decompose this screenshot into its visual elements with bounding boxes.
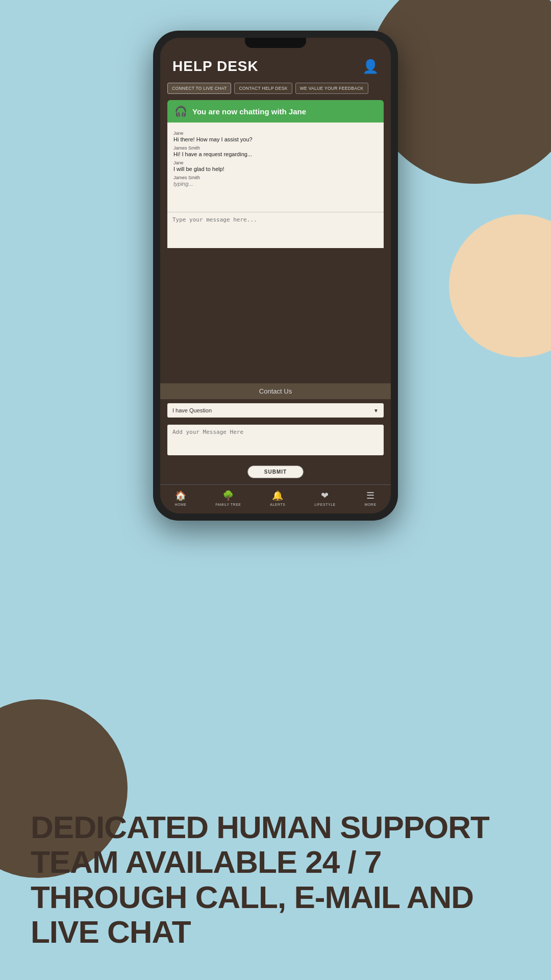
msg-sender-2: James Smith <box>173 145 378 151</box>
msg-sender-3: Jane <box>173 160 378 165</box>
tab-contact-help[interactable]: CONTACT HELP DESK <box>234 83 292 94</box>
bell-icon: 🔔 <box>272 490 283 501</box>
nav-alerts[interactable]: 🔔 ALERTS <box>270 490 285 506</box>
question-type-select[interactable]: I have Question Technical Support Billin… <box>167 403 384 418</box>
phone-outer: HELP DESK 👤 CONNECT TO LIVE CHAT CONTACT… <box>153 31 398 521</box>
chat-banner: 🎧 You are now chatting with Jane <box>167 100 384 122</box>
chat-banner-text: You are now chatting with Jane <box>192 107 306 116</box>
bg-shape-midright <box>449 214 551 357</box>
submit-button[interactable]: SUBMIT <box>247 465 304 478</box>
contact-us-bar: Contact Us <box>160 383 391 399</box>
nav-more[interactable]: ☰ MORE <box>365 490 377 506</box>
bottom-headline: DEDICATED HUMAN SUPPORT TEAM AVAILABLE 2… <box>31 810 520 949</box>
tabs-row: CONNECT TO LIVE CHAT CONTACT HELP DESK W… <box>160 83 391 100</box>
headset-icon: 🎧 <box>174 105 187 117</box>
nav-alerts-label: ALERTS <box>270 503 285 506</box>
msg-sender-1: Jane <box>173 131 378 136</box>
person-icon: 👤 <box>362 59 379 75</box>
heart-icon: ❤ <box>321 490 329 501</box>
menu-icon: ☰ <box>366 490 374 501</box>
bottom-text-section: DEDICATED HUMAN SUPPORT TEAM AVAILABLE 2… <box>31 810 520 949</box>
page-title: HELP DESK <box>172 58 259 75</box>
nav-lifestyle[interactable]: ❤ LIFESTYLE <box>314 490 335 506</box>
message-area <box>160 421 391 461</box>
nav-family-tree[interactable]: 🌳 FAMILY TREE <box>215 490 241 506</box>
msg-text-3: I will be glad to help! <box>173 166 378 172</box>
home-icon: 🏠 <box>175 490 186 501</box>
nav-home-label: HOME <box>174 503 186 506</box>
phone-screen: HELP DESK 👤 CONNECT TO LIVE CHAT CONTACT… <box>160 38 391 513</box>
bottom-nav: 🏠 HOME 🌳 FAMILY TREE 🔔 ALERTS ❤ LIFESTYL… <box>160 484 391 513</box>
chat-message-input[interactable] <box>172 216 379 242</box>
chat-input-area <box>167 212 384 248</box>
msg-text-2: Hi! I have a request regarding... <box>173 151 378 157</box>
nav-tree-label: FAMILY TREE <box>215 503 241 506</box>
contact-us-label: Contact Us <box>259 387 292 395</box>
dropdown-wrapper: I have Question Technical Support Billin… <box>167 403 384 418</box>
msg-text-4: typing... <box>173 181 378 187</box>
phone-device: HELP DESK 👤 CONNECT TO LIVE CHAT CONTACT… <box>153 31 398 521</box>
chat-messages: Jane Hi there! How may I assist you? Jam… <box>167 122 384 212</box>
nav-home[interactable]: 🏠 HOME <box>174 490 186 506</box>
msg-sender-4: James Smith <box>173 175 378 180</box>
chat-section: 🎧 You are now chatting with Jane Jane Hi… <box>160 100 391 383</box>
tree-icon: 🌳 <box>222 490 234 501</box>
contact-message-input[interactable] <box>167 425 384 455</box>
msg-text-1: Hi there! How may I assist you? <box>173 136 378 142</box>
nav-more-label: MORE <box>365 503 377 506</box>
nav-lifestyle-label: LIFESTYLE <box>314 503 335 506</box>
tab-feedback[interactable]: WE VALUE YOUR FEEDBACK <box>295 83 368 94</box>
tab-live-chat[interactable]: CONNECT TO LIVE CHAT <box>167 83 231 94</box>
submit-row: SUBMIT <box>160 461 391 484</box>
dropdown-row: I have Question Technical Support Billin… <box>160 403 391 418</box>
phone-notch <box>245 38 306 48</box>
